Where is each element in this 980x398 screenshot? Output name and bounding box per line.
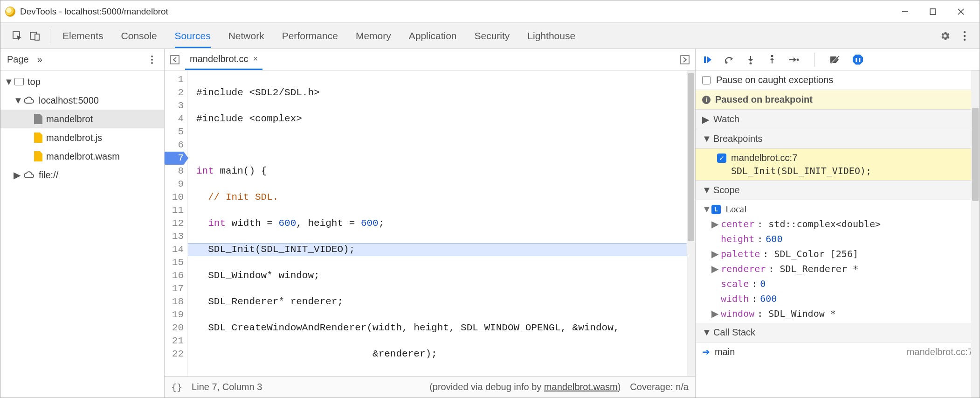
breakpoint-location: mandelbrot.cc:7: [731, 153, 797, 163]
breakpoint-item[interactable]: ✓mandelbrot.cc:7 SDL_Init(SDL_INIT_VIDEO…: [696, 149, 980, 181]
tree-top[interactable]: ▼top: [0, 72, 164, 91]
scope-panel: ▼LLocal ▶center: std::complex<double> he…: [696, 200, 980, 323]
step-over-button[interactable]: [724, 54, 735, 65]
scope-var-window[interactable]: ▶window: SDL_Window *: [696, 306, 980, 321]
step-into-button[interactable]: [745, 54, 756, 65]
toggle-debugger-icon[interactable]: [679, 54, 690, 65]
pretty-print-icon[interactable]: {}: [171, 382, 182, 393]
code-content[interactable]: #include <SDL2/SDL.h> #include <complex>…: [188, 70, 695, 376]
tab-network[interactable]: Network: [228, 24, 264, 48]
file-icon: [34, 151, 42, 161]
svg-rect-14: [681, 56, 689, 64]
debug-provided-by: (provided via debug info by mandelbrot.w…: [429, 382, 621, 392]
svg-rect-15: [704, 56, 706, 63]
tab-elements[interactable]: Elements: [62, 24, 104, 48]
debug-source-link[interactable]: mandelbrot.wasm: [544, 382, 618, 392]
debugger-toolbar: [696, 49, 980, 70]
callstack-section-header[interactable]: ▼Call Stack: [696, 323, 980, 342]
toggle-navigator-icon[interactable]: [169, 54, 180, 65]
window-minimize-button[interactable]: [891, 2, 919, 21]
file-tree: ▼top ▼localhost:5000 mandelbrot mandelbr…: [0, 70, 164, 398]
scope-local-header[interactable]: ▼LLocal: [696, 202, 980, 216]
inspect-element-icon[interactable]: [12, 30, 23, 42]
code-editor[interactable]: 12345678910111213141516171819202122 #inc…: [165, 70, 695, 376]
editor-tab-mandelbrot-cc[interactable]: mandelbrot.cc ×: [185, 49, 262, 70]
svg-point-22: [797, 58, 799, 61]
scope-var-height[interactable]: height: 600: [696, 231, 980, 246]
tab-lighthouse[interactable]: Lighthouse: [527, 24, 575, 48]
tree-file-mandelbrot-wasm[interactable]: mandelbrot.wasm: [0, 147, 164, 166]
frame-name: main: [715, 347, 735, 357]
editor-tab-label: mandelbrot.cc: [190, 54, 248, 64]
divider: [50, 29, 50, 43]
local-badge-icon: L: [711, 205, 721, 214]
tab-memory[interactable]: Memory: [356, 24, 391, 48]
frame-location: mandelbrot.cc:7: [907, 347, 973, 357]
coverage-label: Coverage: n/a: [630, 382, 689, 392]
window-close-button[interactable]: [947, 2, 975, 21]
svg-point-9: [964, 38, 966, 40]
tree-file-mandelbrot[interactable]: mandelbrot: [0, 110, 164, 128]
scope-var-scale[interactable]: scale: 0: [696, 276, 980, 291]
editor-status-bar: {} Line 7, Column 3 (provided via debug …: [165, 376, 695, 398]
svg-rect-1: [930, 9, 936, 14]
tree-host[interactable]: ▼localhost:5000: [0, 91, 164, 110]
callstack-frame-main[interactable]: ➔ main mandelbrot.cc:7: [696, 342, 980, 361]
svg-point-8: [964, 35, 966, 36]
window-maximize-button[interactable]: [919, 2, 947, 21]
scope-var-width[interactable]: width: 600: [696, 291, 980, 306]
kebab-menu-icon[interactable]: [959, 30, 970, 42]
watch-section-header[interactable]: ▶Watch: [696, 110, 980, 129]
editor-scrollbar[interactable]: [687, 70, 695, 376]
scope-var-palette[interactable]: ▶palette: SDL_Color [256]: [696, 246, 980, 261]
svg-point-12: [151, 62, 153, 64]
pause-on-caught-row[interactable]: Pause on caught exceptions: [696, 70, 980, 90]
svg-point-7: [964, 31, 966, 33]
breakpoint-checkbox-icon[interactable]: ✓: [717, 154, 726, 163]
tree-file-scheme[interactable]: ▶file://: [0, 166, 164, 184]
tree-file-mandelbrot-js[interactable]: mandelbrot.js: [0, 128, 164, 147]
pause-on-caught-checkbox[interactable]: [702, 76, 711, 84]
navigator-more-tabs[interactable]: »: [37, 54, 42, 65]
divider: [814, 53, 814, 67]
settings-gear-icon[interactable]: [939, 30, 951, 42]
svg-point-11: [151, 59, 153, 61]
titlebar: DevTools - localhost:5000/mandelbrot: [0, 0, 980, 23]
window-icon: [14, 78, 24, 85]
breakpoint-code: SDL_Init(SDL_INIT_VIDEO);: [717, 163, 971, 176]
tab-console[interactable]: Console: [121, 24, 157, 48]
step-out-button[interactable]: [766, 54, 778, 65]
cloud-icon: [24, 171, 35, 179]
scope-section-header[interactable]: ▼Scope: [696, 181, 980, 200]
device-toolbar-icon[interactable]: [29, 30, 41, 42]
pause-on-exceptions-button[interactable]: [853, 55, 863, 65]
scope-var-center[interactable]: ▶center: std::complex<double>: [696, 216, 980, 231]
window-title: DevTools - localhost:5000/mandelbrot: [20, 7, 891, 17]
svg-point-20: [771, 55, 773, 57]
file-icon: [34, 114, 42, 124]
info-icon: i: [702, 96, 711, 104]
tab-sources[interactable]: Sources: [175, 24, 211, 48]
scope-var-renderer[interactable]: ▶renderer: SDL_Renderer *: [696, 261, 980, 276]
breakpoints-section-header[interactable]: ▼Breakpoints: [696, 129, 980, 149]
tab-application[interactable]: Application: [409, 24, 457, 48]
paused-banner: i Paused on breakpoint: [696, 90, 980, 110]
resume-button[interactable]: [702, 54, 713, 65]
navigator-page-tab[interactable]: Page: [7, 54, 29, 65]
file-icon: [34, 133, 42, 143]
pause-on-caught-label: Pause on caught exceptions: [716, 75, 833, 85]
line-gutter[interactable]: 12345678910111213141516171819202122: [165, 70, 188, 376]
svg-point-10: [151, 56, 153, 57]
svg-rect-13: [171, 56, 179, 64]
tab-performance[interactable]: Performance: [282, 24, 338, 48]
editor-tab-close-icon[interactable]: ×: [253, 54, 258, 64]
cloud-icon: [24, 97, 35, 104]
right-panel-scrollbar[interactable]: [971, 70, 980, 398]
deactivate-breakpoints-button[interactable]: [829, 54, 841, 65]
svg-point-18: [750, 62, 752, 64]
svg-rect-6: [35, 34, 39, 40]
navigator-menu-icon[interactable]: [146, 54, 158, 65]
step-button[interactable]: [788, 54, 799, 65]
current-frame-icon: ➔: [702, 346, 710, 357]
tab-security[interactable]: Security: [474, 24, 510, 48]
